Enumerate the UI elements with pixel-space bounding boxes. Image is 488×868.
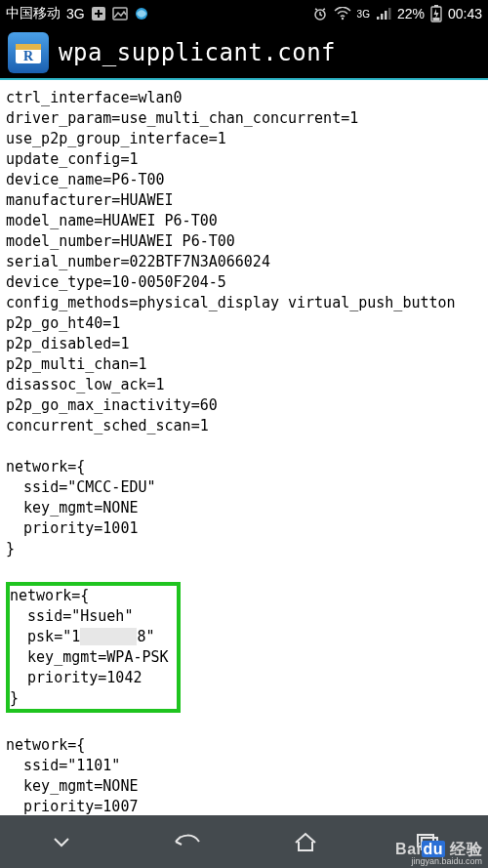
app-icon[interactable]: R xyxy=(8,32,49,73)
wm-brand-c: 经验 xyxy=(450,841,482,857)
svg-rect-6 xyxy=(381,14,384,20)
svg-rect-7 xyxy=(385,11,387,20)
clock: 00:43 xyxy=(448,6,482,21)
network-block-0: network={ ssid="CMCC-EDU" key_mgmt=NONE … xyxy=(6,458,156,558)
svg-rect-8 xyxy=(388,8,391,20)
psk-prefix: psk="1 xyxy=(10,628,80,645)
battery-pct: 22% xyxy=(397,6,425,21)
status-right: 3G 22% 00:43 xyxy=(312,5,482,22)
signal-icon xyxy=(376,7,391,21)
wifi-icon xyxy=(334,7,351,21)
network-block-1-highlighted: network={ ssid="Hsueh" psk="1 8" key_mgm… xyxy=(6,582,181,713)
status-bar: 中国移动 3G 3G 22% 00:43 xyxy=(0,0,488,27)
svg-rect-16 xyxy=(418,835,433,847)
psk-masked xyxy=(80,628,137,645)
plus-icon xyxy=(91,6,106,21)
nav-menu-button[interactable] xyxy=(34,824,89,859)
nav-bar: Baidu 经验 jingyan.baidu.com xyxy=(0,815,488,868)
file-content[interactable]: ctrl_interface=wlan0 driver_param=use_mu… xyxy=(0,80,488,815)
network-type: 3G xyxy=(66,6,85,21)
status-left: 中国移动 3G xyxy=(6,5,149,22)
nav-recent-button[interactable] xyxy=(400,824,455,859)
config-header: ctrl_interface=wlan0 driver_param=use_mu… xyxy=(6,89,456,434)
psk-suffix: 8" xyxy=(137,628,154,645)
svg-point-4 xyxy=(341,18,343,20)
svg-rect-5 xyxy=(377,17,380,20)
battery-icon xyxy=(430,5,442,22)
svg-rect-11 xyxy=(432,18,439,21)
carrier-label: 中国移动 xyxy=(6,5,61,22)
picture-icon xyxy=(112,6,128,21)
network-block-2: network={ ssid="1101" key_mgmt=NONE prio… xyxy=(6,736,138,815)
svg-rect-10 xyxy=(434,5,438,7)
svg-rect-17 xyxy=(422,838,437,849)
svg-text:R: R xyxy=(23,49,34,63)
nav-back-button[interactable] xyxy=(156,824,211,859)
app-title: wpa_supplicant.conf xyxy=(59,39,336,66)
browser-icon xyxy=(134,6,149,21)
nav-home-button[interactable] xyxy=(278,824,333,859)
app-bar: R wpa_supplicant.conf xyxy=(0,27,488,80)
alarm-icon xyxy=(312,6,328,21)
signal-3g-label: 3G xyxy=(357,9,370,20)
